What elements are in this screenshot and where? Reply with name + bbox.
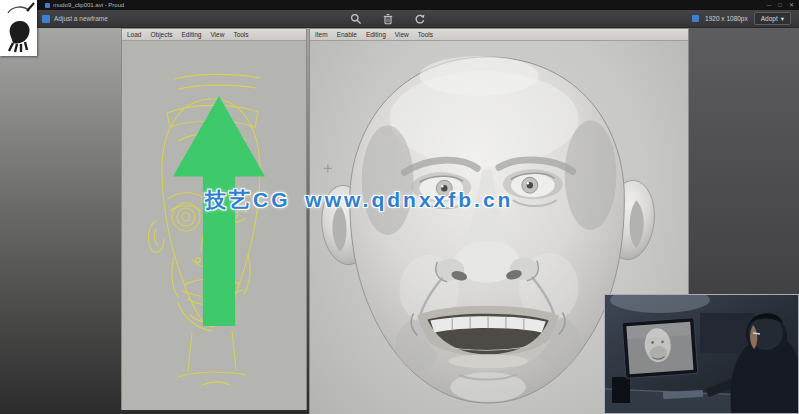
menu-item[interactable]: Enable <box>337 31 357 38</box>
sketch-viewport-menubar: Load Objects Editing View Tools <box>122 29 306 41</box>
delete-button[interactable] <box>382 13 394 25</box>
app-icon <box>45 3 50 8</box>
chevron-down-icon: ▾ <box>781 14 784 23</box>
axis-gizmo-icon <box>127 41 306 407</box>
drawing-hand-icon <box>0 0 37 56</box>
toolbar-center-group <box>350 10 426 28</box>
close-button[interactable]: ✕ <box>789 0 794 10</box>
window-title: mudo9_clip001.avi - Proud <box>53 2 124 8</box>
undo-button[interactable] <box>414 13 426 25</box>
sketch-canvas[interactable] <box>122 41 306 410</box>
menu-item[interactable]: Load <box>127 31 141 38</box>
document-icon <box>42 15 50 23</box>
toolbar-file-group: Adjust a newframe <box>42 15 108 23</box>
menu-item[interactable]: Tools <box>233 31 248 38</box>
magnifier-icon <box>350 13 362 25</box>
toolbar-right-group: 1920 x 1080px Adopt ▾ <box>692 12 791 25</box>
watermark-text: 技艺CG www.qdnxxfb.cn <box>205 186 513 214</box>
menu-item[interactable]: Tools <box>418 31 433 38</box>
menu-item[interactable]: Editing <box>366 31 386 38</box>
resolution-label: 1920 x 1080px <box>705 15 748 22</box>
toolbar: Adjust a newframe <box>0 10 799 28</box>
channel-logo <box>0 0 37 56</box>
menu-item[interactable]: View <box>210 31 224 38</box>
toolbar-file-label: Adjust a newframe <box>54 15 108 22</box>
minimize-button[interactable]: ─ <box>767 0 771 10</box>
app-window: mudo9_clip001.avi - Proud ─ □ ✕ Adjust a… <box>0 0 799 414</box>
menu-item[interactable]: Objects <box>150 31 172 38</box>
zoom-button[interactable] <box>350 13 362 25</box>
artist-at-workstation-scene <box>605 295 798 413</box>
maximize-button[interactable]: □ <box>778 0 782 10</box>
menu-item[interactable]: Editing <box>182 31 202 38</box>
adopt-button[interactable]: Adopt ▾ <box>754 12 791 25</box>
trash-icon <box>382 13 394 25</box>
undo-arrow-icon <box>414 13 426 25</box>
model-viewport-menubar: Item Enable Editing View Tools <box>310 29 688 41</box>
sketch-viewport: Load Objects Editing View Tools <box>121 28 307 410</box>
menu-item[interactable]: Item <box>315 31 328 38</box>
menu-item[interactable]: View <box>395 31 409 38</box>
video-inset <box>604 294 799 414</box>
adopt-button-label: Adopt <box>761 14 778 23</box>
titlebar: mudo9_clip001.avi - Proud ─ □ ✕ <box>0 0 799 10</box>
display-icon <box>692 15 699 22</box>
window-controls: ─ □ ✕ <box>767 0 794 10</box>
